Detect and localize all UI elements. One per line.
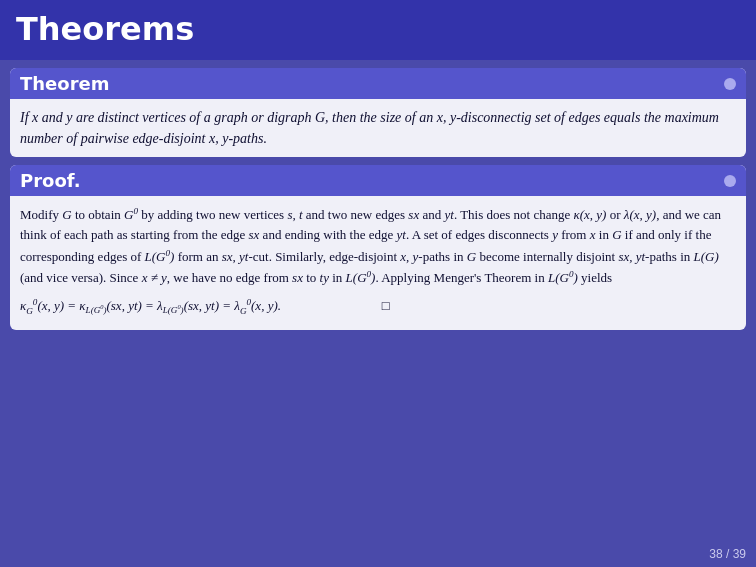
proof-header-dot — [724, 175, 736, 187]
theorem-body: If x and y are distinct vertices of a gr… — [10, 99, 746, 157]
theorem-header-dot — [724, 78, 736, 90]
proof-card-header: Proof. — [10, 165, 746, 196]
proof-text-main: Modify G to obtain G0 by adding two new … — [20, 204, 736, 289]
content-area: Theorem If x and y are distinct vertices… — [0, 60, 756, 338]
proof-label: Proof. — [20, 170, 81, 191]
theorem-label: Theorem — [20, 73, 110, 94]
theorem-card-header: Theorem — [10, 68, 746, 99]
proof-card: Proof. Modify G to obtain G0 by adding t… — [10, 165, 746, 330]
theorem-card: Theorem If x and y are distinct vertices… — [10, 68, 746, 157]
page-title: Theorems — [16, 10, 194, 48]
page-header: Theorems — [0, 0, 756, 60]
proof-equation: κG0(x, y) = κL(G0)(sx, yt) = λL(G0)(sx, … — [20, 289, 736, 322]
page-number: 38 / 39 — [709, 547, 746, 561]
theorem-text: If x and y are distinct vertices of a gr… — [20, 110, 719, 146]
proof-body: Modify G to obtain G0 by adding two new … — [10, 196, 746, 330]
